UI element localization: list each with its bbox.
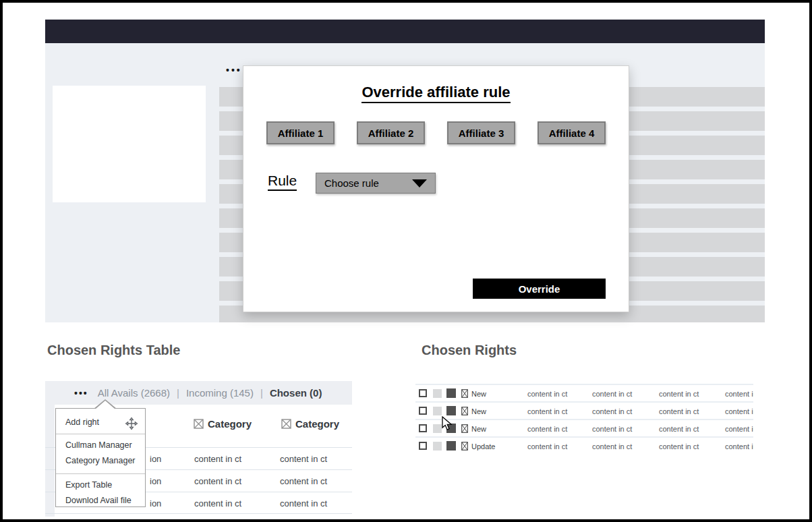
image-placeholder-icon xyxy=(461,424,468,433)
chosen-rights-table-heading: Chosen Rights Table xyxy=(47,343,180,358)
chosen-rights-heading: Chosen Rights xyxy=(422,343,517,358)
list-item[interactable]: New content in ct content in ct content … xyxy=(415,401,753,419)
override-affiliate-modal: Override affiliate rule Affiliate 1 Affi… xyxy=(243,65,629,312)
status-swatch-light xyxy=(433,389,442,398)
avails-tab-bar: ••• All Avails (2668) Incoming (145) Cho… xyxy=(45,381,352,405)
affiliate-buttons: Affiliate 1 Affiliate 2 Affiliate 3 Affi… xyxy=(266,121,606,144)
cell: content in ct xyxy=(725,442,753,451)
row-checkbox[interactable] xyxy=(419,389,427,397)
column-header-label: Category xyxy=(295,418,339,430)
cell-category: content in ct xyxy=(280,454,327,464)
menu-item-add-right[interactable]: Add right xyxy=(65,417,99,427)
move-cursor-icon xyxy=(125,417,138,430)
status-label: New xyxy=(471,425,486,433)
cell: content in ct xyxy=(592,407,632,415)
cell: content in ct xyxy=(725,407,753,415)
status-swatch-light xyxy=(433,407,442,415)
tab-list: All Avails (2668) Incoming (145) Chosen … xyxy=(98,387,322,399)
tab[interactable]: Incoming (145) xyxy=(186,387,254,399)
more-options-icon[interactable]: ••• xyxy=(226,65,242,76)
cell: content in ct xyxy=(527,407,567,415)
menu-item[interactable]: Export Table xyxy=(65,480,145,490)
status-swatch-dark[interactable] xyxy=(446,388,456,398)
status-label: New xyxy=(471,407,486,415)
status-swatch-light xyxy=(433,424,442,433)
cell: content in ct xyxy=(592,442,632,451)
chosen-rights-rows: New content in ct content in ct content … xyxy=(415,384,753,454)
app-frame: ••• Override affiliate rule Affiliate 1 … xyxy=(0,0,812,522)
rule-label: Rule xyxy=(268,173,297,191)
cell-clipped: ion xyxy=(150,498,161,509)
status-swatch-light xyxy=(433,442,442,451)
row-checkbox[interactable] xyxy=(419,424,427,432)
cell-category: content in ct xyxy=(194,454,241,464)
list-item[interactable]: New content in ct content in ct content … xyxy=(415,384,753,401)
list-item[interactable]: Update content in ct content in ct conte… xyxy=(415,436,753,454)
cell-category: content in ct xyxy=(280,476,327,486)
image-placeholder-icon xyxy=(461,407,468,415)
cell: content in ct xyxy=(725,425,753,433)
status-swatch-dark[interactable] xyxy=(446,406,456,415)
tab[interactable]: All Avails (2668) xyxy=(98,387,170,399)
menu-section-managers: Cullman ManagerCategory Manager xyxy=(56,434,145,465)
cell-category: content in ct xyxy=(194,476,241,486)
menu-section-export: Export TableDownlod Avail file xyxy=(56,474,145,505)
affiliate-button[interactable]: Affiliate 2 xyxy=(357,121,425,144)
affiliate-button[interactable]: Affiliate 4 xyxy=(538,121,606,144)
top-navbar xyxy=(45,20,765,43)
cell: content in ct xyxy=(659,407,699,415)
row-checkbox[interactable] xyxy=(419,442,427,450)
table-context-menu: Add right Cullman ManagerCategory Manage… xyxy=(55,408,146,507)
override-button[interactable]: Override xyxy=(473,279,606,299)
cell: content in ct xyxy=(725,390,753,398)
tab[interactable]: Chosen (0) xyxy=(270,387,322,399)
cell: content in ct xyxy=(659,442,699,451)
status-swatch-dark[interactable] xyxy=(446,424,456,433)
cell-clipped: ion xyxy=(150,476,161,486)
cell-category: content in ct xyxy=(280,498,327,509)
column-header-category-2: Category xyxy=(281,418,339,430)
checkbox-x-icon[interactable] xyxy=(194,419,204,429)
status-swatch-dark[interactable] xyxy=(446,441,456,451)
rule-dropdown-value: Choose rule xyxy=(324,177,379,189)
menu-item[interactable]: Downlod Avail file xyxy=(65,496,145,505)
modal-title: Override affiliate rule xyxy=(243,84,629,101)
cell: content in ct xyxy=(527,425,567,433)
row-checkbox[interactable] xyxy=(419,407,427,415)
cell: content in ct xyxy=(659,390,699,398)
column-header-label: Category xyxy=(208,418,252,430)
cell-category: content in ct xyxy=(194,498,241,509)
chevron-down-icon xyxy=(412,179,427,187)
cell-clipped: ion xyxy=(150,454,161,464)
affiliate-button[interactable]: Affiliate 1 xyxy=(266,121,335,144)
image-placeholder-icon xyxy=(461,389,468,398)
table-menu-trigger-icon[interactable]: ••• xyxy=(74,388,88,399)
cell: content in ct xyxy=(592,390,632,398)
checkbox-x-icon[interactable] xyxy=(281,419,291,429)
menu-item[interactable]: Cullman Manager xyxy=(65,440,145,450)
affiliate-button[interactable]: Affiliate 3 xyxy=(447,121,515,144)
rule-dropdown[interactable]: Choose rule xyxy=(316,173,436,194)
status-label: Update xyxy=(471,442,495,451)
cell: content in ct xyxy=(527,442,567,451)
cell: content in ct xyxy=(659,425,699,433)
status-label: New xyxy=(471,390,486,398)
list-item[interactable]: New content in ct content in ct content … xyxy=(415,419,753,436)
cell: content in ct xyxy=(592,425,632,433)
detail-card xyxy=(53,86,206,202)
column-header-category-1: Category xyxy=(194,418,252,430)
cell: content in ct xyxy=(527,390,567,398)
image-placeholder-icon xyxy=(461,442,468,451)
menu-item[interactable]: Category Manager xyxy=(65,456,145,465)
